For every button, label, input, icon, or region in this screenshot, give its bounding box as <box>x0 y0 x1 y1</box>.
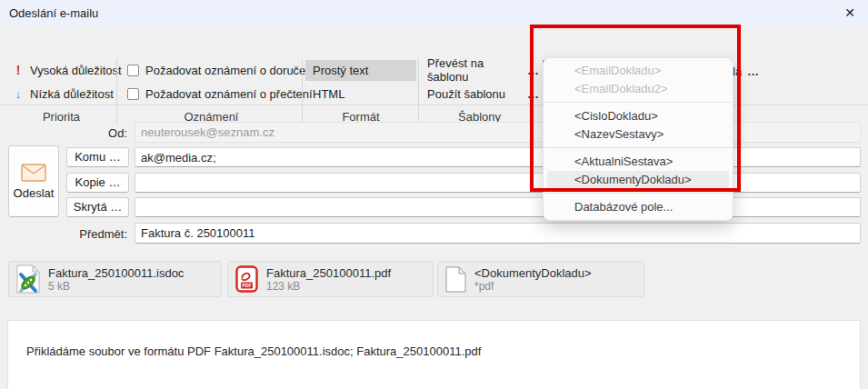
format-html-option[interactable]: HTML <box>305 84 416 105</box>
menu-item-aktualnisestava[interactable]: <AktualniSestava> <box>547 153 729 171</box>
cc-button[interactable]: Kopie … <box>66 173 129 193</box>
high-importance-label: Vysoká důležitost <box>30 64 122 77</box>
subject-label: Předmět: <box>53 227 127 241</box>
menu-item-databazove-pole[interactable]: Databázové pole... <box>547 198 729 216</box>
subject-field[interactable] <box>135 223 861 244</box>
high-importance-button[interactable]: ! Vysoká důležitost <box>13 60 122 80</box>
svg-text:PDF: PDF <box>242 283 251 288</box>
use-template-button[interactable]: Použít šablonu … <box>427 84 538 104</box>
toolbar-overflow-button[interactable]: … <box>747 60 758 83</box>
group-label-priority: Priorita <box>18 110 105 124</box>
low-importance-label: Nízká důležitost <box>30 87 114 101</box>
isdoc-file-icon <box>16 264 40 294</box>
menu-item-emaildokladu2[interactable]: <EmailDokladu2> <box>547 80 729 98</box>
delivery-receipt-checkbox-row[interactable]: Požadovat oznámení o doručení <box>127 60 315 80</box>
attachment-size: *pdf <box>474 280 592 293</box>
menu-item-cislodokladu[interactable]: <CisloDokladu> <box>547 107 729 125</box>
use-template-label: Použít šablonu <box>427 87 505 101</box>
convert-to-template-label: Převést na šablonu <box>427 56 527 84</box>
toolbar-separator <box>116 58 117 124</box>
delivery-receipt-label: Požadovat oznámení o doručení <box>145 64 315 77</box>
more-dots-icon: … <box>527 64 538 77</box>
to-field[interactable] <box>135 147 861 167</box>
more-dots-icon: … <box>527 87 538 101</box>
low-importance-button[interactable]: ↓ Nízká důležitost <box>13 84 114 104</box>
read-receipt-checkbox[interactable] <box>127 88 139 100</box>
toolbar: ! Vysoká důležitost ↓ Nízká důležitost P… <box>0 25 868 105</box>
menu-separator <box>544 147 732 148</box>
toolbar-separator <box>302 58 303 124</box>
overflow-dots-icon: … <box>747 65 758 78</box>
high-importance-icon: ! <box>13 63 24 77</box>
menu-item-nazevsestavy[interactable]: <NazevSestavy> <box>547 125 729 144</box>
convert-to-template-button[interactable]: Převést na šablonu … <box>427 60 538 80</box>
read-receipt-checkbox-row[interactable]: Požadovat oznámení o přečtení <box>127 84 313 104</box>
toolbar-separator <box>418 58 419 124</box>
low-importance-icon: ↓ <box>13 87 24 101</box>
attachment-tile-isdoc[interactable]: Faktura_250100011.isdoc 5 kB <box>8 261 222 297</box>
attachment-tile-dokumenty[interactable]: <DokumentyDokladu> *pdf <box>437 261 644 297</box>
message-body-text: Přikládáme soubor ve formátu PDF Faktura… <box>8 321 860 358</box>
delivery-receipt-checkbox[interactable] <box>127 65 139 76</box>
attachment-name: Faktura_250100011.isdoc <box>48 266 184 280</box>
cc-field[interactable] <box>135 173 861 193</box>
send-button-label: Odeslat <box>14 186 55 200</box>
close-icon[interactable]: ✕ <box>835 2 864 24</box>
titlebar: Odeslání e-mailu ✕ <box>0 0 868 25</box>
menu-item-emaildokladu[interactable]: <EmailDokladu> <box>547 62 729 80</box>
menu-separator <box>544 102 732 103</box>
bcc-field[interactable] <box>135 197 861 217</box>
from-field <box>135 122 861 143</box>
bcc-button[interactable]: Skrytá … <box>66 197 129 217</box>
to-button[interactable]: Komu … <box>66 147 129 167</box>
pdf-file-icon: PDF <box>235 265 258 293</box>
from-label: Od: <box>53 126 127 140</box>
menu-separator <box>544 193 732 194</box>
generic-file-icon <box>445 266 466 293</box>
attachment-name: Faktura_250100011.pdf <box>266 266 391 280</box>
format-plain-text-option[interactable]: Prostý text <box>305 60 416 81</box>
send-button[interactable]: Odeslat <box>8 145 59 217</box>
window-title: Odeslání e-mailu <box>9 6 98 20</box>
envelope-icon <box>21 164 46 182</box>
read-receipt-label: Požadovat oznámení o přečtení <box>145 87 313 101</box>
attachment-name: <DokumentyDokladu> <box>474 266 592 280</box>
insert-variable-menu: <EmailDokladu> <EmailDokladu2> <CisloDok… <box>543 57 733 221</box>
message-body-editor[interactable]: Přikládáme soubor ve formátu PDF Faktura… <box>7 320 861 389</box>
attachment-tile-pdf[interactable]: PDF Faktura_250100011.pdf 123 kB <box>227 261 434 297</box>
email-send-window: Odeslání e-mailu ✕ ! Vysoká důležitost ↓… <box>0 0 868 389</box>
menu-item-dokumentydokladu[interactable]: <DokumentyDokladu> <box>547 171 729 189</box>
attachment-size: 5 kB <box>48 280 184 293</box>
attachment-size: 123 kB <box>266 280 391 293</box>
